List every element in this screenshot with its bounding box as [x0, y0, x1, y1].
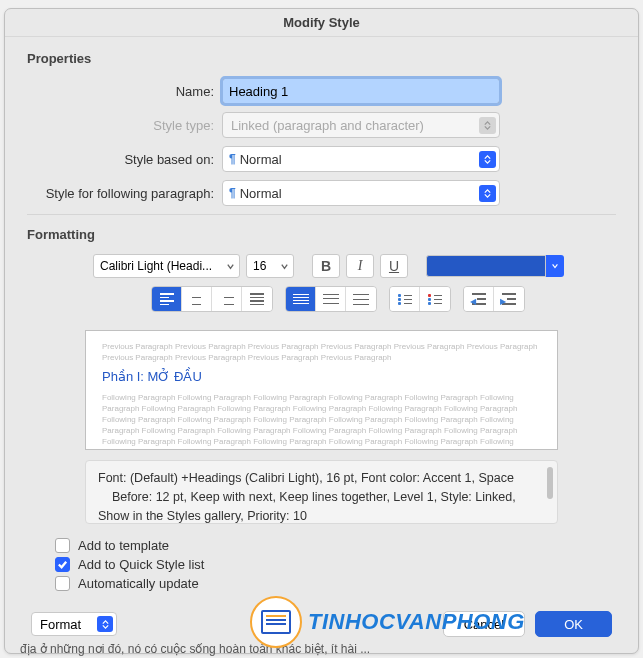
preview-box: Previous Paragraph Previous Paragraph Pr…: [85, 330, 558, 450]
scrollbar[interactable]: [547, 467, 553, 499]
ok-button[interactable]: OK: [535, 611, 612, 637]
chevron-updown-icon: [97, 616, 113, 632]
style-type-dropdown: Linked (paragraph and character): [222, 112, 500, 138]
style-type-label: Style type:: [27, 118, 222, 133]
align-center-button[interactable]: [182, 287, 212, 311]
chevron-down-icon: [278, 258, 290, 275]
logo-icon: [250, 596, 302, 648]
underline-button[interactable]: U: [380, 254, 408, 278]
chevron-updown-icon: [479, 185, 496, 202]
size-value: 16: [253, 259, 266, 273]
align-justify-button[interactable]: [242, 287, 272, 311]
chevron-down-icon: [224, 258, 236, 275]
indent-group: ◀ ▶: [463, 286, 525, 312]
chevron-updown-icon: [479, 151, 496, 168]
format-label: Format: [40, 617, 81, 632]
decrease-indent-button[interactable]: ◀: [464, 287, 494, 311]
name-label: Name:: [27, 84, 222, 99]
formatting-header: Formatting: [27, 227, 616, 242]
based-on-value: Normal: [240, 152, 282, 167]
alignment-group: [151, 286, 273, 312]
font-value: Calibri Light (Headi...: [100, 259, 212, 273]
pilcrow-icon: ¶: [229, 186, 236, 200]
font-color-picker[interactable]: [426, 255, 564, 277]
logo-text: TINHOCVANPHONG: [308, 609, 525, 635]
following-label: Style for following paragraph:: [27, 186, 222, 201]
quick-style-label: Add to Quick Style list: [78, 557, 204, 572]
watermark-logo: TINHOCVANPHONG: [250, 596, 525, 648]
spacing-group: [285, 286, 377, 312]
based-on-dropdown[interactable]: ¶ Normal: [222, 146, 500, 172]
para-spacing-group: [389, 286, 451, 312]
format-dropdown[interactable]: Format: [31, 612, 117, 636]
based-on-label: Style based on:: [27, 152, 222, 167]
increase-indent-button[interactable]: ▶: [494, 287, 524, 311]
italic-button[interactable]: I: [346, 254, 374, 278]
properties-header: Properties: [27, 51, 616, 66]
auto-update-label: Automatically update: [78, 576, 199, 591]
chevron-updown-icon: [479, 117, 496, 134]
add-template-checkbox[interactable]: [55, 538, 70, 553]
modify-style-dialog: Modify Style Properties Name: Style type…: [4, 8, 639, 654]
chevron-down-icon[interactable]: [546, 255, 564, 277]
name-input[interactable]: [222, 78, 500, 104]
following-value: Normal: [240, 186, 282, 201]
preview-following: Following Paragraph Following Paragraph …: [102, 392, 541, 450]
description-box: Font: (Default) +Headings (Calibri Light…: [85, 460, 558, 524]
space-after-button[interactable]: [420, 287, 450, 311]
spacing-1-5-button[interactable]: [316, 287, 346, 311]
quick-style-checkbox[interactable]: [55, 557, 70, 572]
size-dropdown[interactable]: 16: [246, 254, 294, 278]
pilcrow-icon: ¶: [229, 152, 236, 166]
spacing-1-button[interactable]: [286, 287, 316, 311]
auto-update-checkbox[interactable]: [55, 576, 70, 591]
align-right-button[interactable]: [212, 287, 242, 311]
preview-sample: Phần I: MỞ ĐẦU: [102, 368, 541, 386]
preview-previous: Previous Paragraph Previous Paragraph Pr…: [102, 341, 541, 363]
dialog-content: Properties Name: Style type: Linked (par…: [5, 37, 638, 653]
description-line2: Before: 12 pt, Keep with next, Keep line…: [98, 488, 545, 524]
description-line1: Font: (Default) +Headings (Calibri Light…: [98, 469, 545, 488]
font-dropdown[interactable]: Calibri Light (Headi...: [93, 254, 240, 278]
add-template-label: Add to template: [78, 538, 169, 553]
align-left-button[interactable]: [152, 287, 182, 311]
spacing-2-button[interactable]: [346, 287, 376, 311]
bold-button[interactable]: B: [312, 254, 340, 278]
following-dropdown[interactable]: ¶ Normal: [222, 180, 500, 206]
color-swatch: [426, 255, 546, 277]
style-type-value: Linked (paragraph and character): [231, 118, 424, 133]
space-before-button[interactable]: [390, 287, 420, 311]
dialog-title: Modify Style: [5, 9, 638, 37]
